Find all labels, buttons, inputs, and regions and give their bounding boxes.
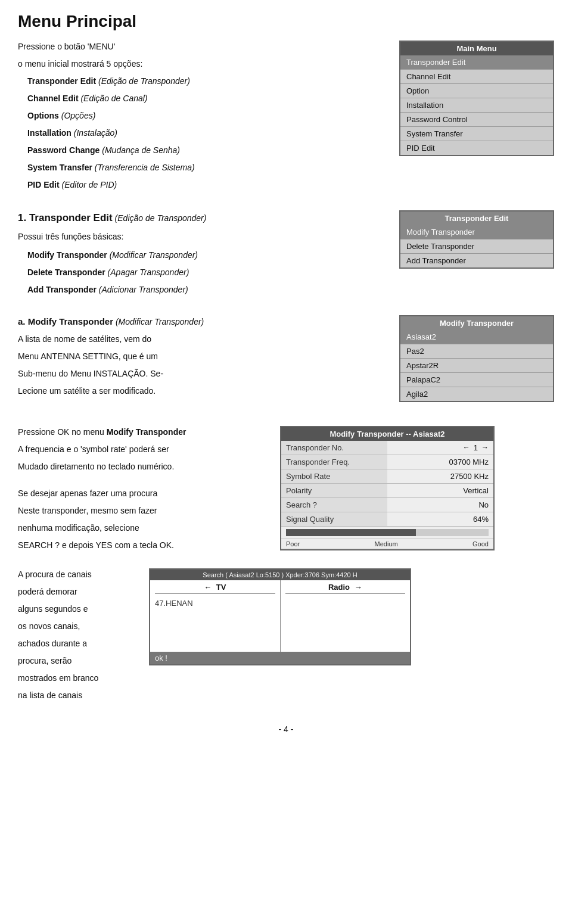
section-c-desc7: mostrados em branco <box>18 672 137 685</box>
main-menu-title: Main Menu <box>400 42 553 55</box>
main-menu-item-password-control[interactable]: Password Control <box>400 113 553 127</box>
transponder-data-table: Transponder No. ← 1 → Transponder Freq. … <box>281 441 493 549</box>
signal-quality-label: Signal Quality <box>281 512 387 526</box>
freq-value: 03700 MHz <box>387 455 493 469</box>
channel-entry: 47.HENAN <box>155 596 275 608</box>
section-a-desc2: Menu ANTENNA SETTING, que é um <box>18 350 387 363</box>
search-label: Search ? <box>281 497 387 512</box>
search-col-radio-label: Radio <box>328 583 350 592</box>
submenu-item-add[interactable]: Add Transponder <box>400 254 553 267</box>
sat-item-pas2[interactable]: Pas2 <box>400 344 553 359</box>
table-row-polarity: Polarity Vertical <box>281 483 493 497</box>
intro-line1: Pressione o botão 'MENU' <box>18 41 387 53</box>
section-b-desc6: nenhuma modificação, selecione <box>18 522 268 534</box>
table-row-freq: Transponder Freq. 03700 MHz <box>281 455 493 469</box>
transponder-no-label: Transponder No. <box>281 441 387 455</box>
table-row-signal-labels: Poor Medium Good <box>281 539 493 549</box>
search-value: No <box>387 497 493 512</box>
main-menu-item-channel-edit[interactable]: Channel Edit <box>400 70 553 84</box>
section1-item-modify: Modify Transponder (Modificar Transponde… <box>27 249 387 262</box>
section-c-desc8: na lista de canais <box>18 689 137 702</box>
transponder-no-number: 1 <box>474 443 478 452</box>
intro-item-7: PID Edit (Editor de PID) <box>27 179 387 191</box>
symbol-rate-value: 27500 KHz <box>387 469 493 483</box>
section-a-desc3: Sub-menu do Menu INSTALAÇÃO. Se- <box>18 368 387 380</box>
signal-quality-value: 64% <box>387 512 493 526</box>
modify-transponder-detail: Modify Transponder -- Asiasat2 Transpond… <box>280 426 495 550</box>
transponder-no-value: ← 1 → <box>387 441 493 455</box>
transponder-edit-submenu-title: Transponder Edit <box>400 211 553 225</box>
section1-item-add: Add Transponder (Adicionar Transponder) <box>27 284 387 296</box>
modify-transponder-menu: Modify Transponder Asiasat2 Pas2 Apstar2… <box>399 315 554 402</box>
search-col-tv-label: TV <box>216 583 226 592</box>
section-b-desc4: Se desejar apenas fazer uma procura <box>18 487 268 500</box>
submenu-item-modify[interactable]: Modify Transponder <box>400 225 553 239</box>
search-result-title: Search ( Asiasat2 Lo:5150 ) Xpder:3706 S… <box>150 570 410 580</box>
main-menu-item-transponder-edit[interactable]: Transponder Edit <box>400 55 553 70</box>
page-title: Menu Principal <box>18 12 554 31</box>
sat-item-asiasat2[interactable]: Asiasat2 <box>400 330 553 344</box>
section-b-desc1: Pressione OK no menu Modify Transponder <box>18 426 268 438</box>
main-menu-item-option[interactable]: Option <box>400 84 553 98</box>
polarity-label: Polarity <box>281 483 387 497</box>
section-b-desc5: Neste transponder, mesmo sem fazer <box>18 505 268 517</box>
right-arrow-icon[interactable]: → <box>481 443 489 452</box>
page-number: - 4 - <box>18 724 554 734</box>
table-row-signal-quality: Signal Quality 64% <box>281 512 493 526</box>
intro-item-4: Installation (Instalação) <box>27 127 387 139</box>
signal-medium-label: Medium <box>375 540 398 547</box>
section-a-heading: a. Modify Transponder (Modificar Transpo… <box>18 315 387 329</box>
intro-item-5: Password Change (Mudança de Senha) <box>27 144 387 157</box>
section-a-desc4: Lecione um satélite a ser modificado. <box>18 385 387 397</box>
intro-item-2: Channel Edit (Edição de Canal) <box>27 92 387 105</box>
table-row-signal-bar <box>281 526 493 539</box>
detail-title: Modify Transponder -- Asiasat2 <box>281 427 493 441</box>
section1-heading: 1. Transponder Edit (Edição de Transpond… <box>18 210 387 226</box>
section-b-desc3: Mudado diretamento no teclado numérico. <box>18 461 268 473</box>
intro-item-3: Options (Opções) <box>27 110 387 122</box>
search-ok-bar[interactable]: ok ! <box>150 652 410 664</box>
symbol-rate-label: Symbol Rate <box>281 469 387 483</box>
polarity-value: Vertical <box>387 483 493 497</box>
signal-bar-fill <box>286 529 416 536</box>
section-b-desc2: A frequencia e o 'symbol rate' poderá se… <box>18 443 268 456</box>
section-b-desc7: SEARCH ? e depois YES com a tecla OK. <box>18 539 268 552</box>
search-nav-left[interactable]: ← <box>204 583 212 592</box>
signal-bar <box>286 529 489 536</box>
section1-desc: Possui três funções básicas: <box>18 231 387 243</box>
main-menu-item-pid-edit[interactable]: PID Edit <box>400 141 553 155</box>
transponder-edit-submenu: Transponder Edit Modify Transponder Dele… <box>399 210 554 269</box>
search-col-radio: Radio → <box>281 580 411 652</box>
main-menu-item-system-transfer[interactable]: System Transfer <box>400 127 553 141</box>
main-menu-box: Main Menu Transponder Edit Channel Edit … <box>399 41 554 156</box>
intro-item-6: System Transfer (Transferencia de Sistem… <box>27 161 387 174</box>
table-row-transponder-no: Transponder No. ← 1 → <box>281 441 493 455</box>
table-row-symbol-rate: Symbol Rate 27500 KHz <box>281 469 493 483</box>
search-nav-right[interactable]: → <box>355 583 362 592</box>
section-c-desc2: poderá demorar <box>18 586 137 598</box>
sat-item-agila2[interactable]: Agila2 <box>400 387 553 401</box>
search-col-tv: ← TV 47.HENAN <box>150 580 281 652</box>
sat-item-palapac2[interactable]: PalapaC2 <box>400 373 553 387</box>
section-c-desc1: A procura de canais <box>18 568 137 581</box>
intro-line2: o menu inicial mostrará 5 opções: <box>18 58 387 70</box>
modify-transponder-title: Modify Transponder <box>400 316 553 330</box>
signal-poor-label: Poor <box>286 540 300 547</box>
section-c-desc6: procura, serão <box>18 655 137 667</box>
submenu-item-delete[interactable]: Delete Transponder <box>400 239 553 254</box>
search-result-box: Search ( Asiasat2 Lo:5150 ) Xpder:3706 S… <box>149 568 411 665</box>
signal-good-label: Good <box>472 540 489 547</box>
section-c-desc5: achados durante a <box>18 637 137 650</box>
sat-item-apstar2r[interactable]: Apstar2R <box>400 359 553 373</box>
table-row-search: Search ? No <box>281 497 493 512</box>
freq-label: Transponder Freq. <box>281 455 387 469</box>
section1-item-delete: Delete Transponder (Apagar Transponder) <box>27 266 387 279</box>
section-c-desc4: os novos canais, <box>18 620 137 633</box>
left-arrow-icon[interactable]: ← <box>463 443 470 452</box>
section-c-desc3: alguns segundos e <box>18 603 137 615</box>
intro-item-1: Transponder Edit (Edição de Transponder) <box>27 75 387 88</box>
section-a-desc1: A lista de nome de satélites, vem do <box>18 333 387 346</box>
main-menu-item-installation[interactable]: Installation <box>400 98 553 113</box>
